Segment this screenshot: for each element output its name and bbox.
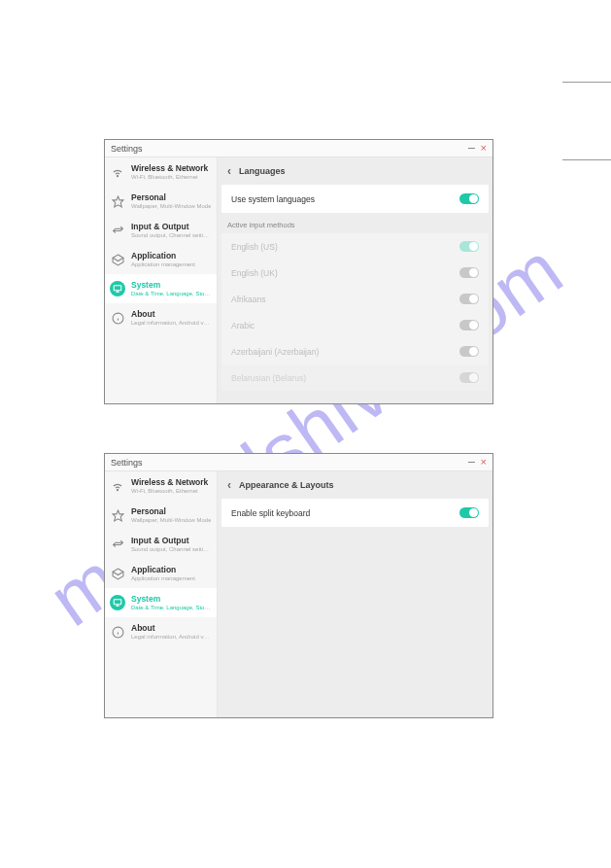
- svg-marker-2: [113, 255, 123, 261]
- language-toggle[interactable]: [459, 346, 479, 357]
- sidebar-item-label: Personal: [131, 506, 211, 516]
- language-name: Arabic: [231, 321, 255, 330]
- sidebar: Wireless & NetworkWi-Fi, Bluetooth, Ethe…: [105, 471, 218, 717]
- sidebar-item-label: About: [131, 623, 212, 633]
- sidebar-item-wireless[interactable]: Wireless & NetworkWi-Fi, Bluetooth, Ethe…: [105, 471, 217, 501]
- sidebar-item-system[interactable]: SystemDate & Time, Language, Storage: [105, 274, 217, 303]
- sidebar-item-sub: Sound output, Channel settings: [131, 545, 212, 553]
- content-pane: ‹ Languages Use system languages Active …: [218, 157, 492, 403]
- language-toggle[interactable]: [459, 372, 479, 383]
- language-row[interactable]: Belarusian (Belarus): [221, 365, 489, 391]
- svg-point-5: [117, 490, 118, 491]
- sidebar-item-label: About: [131, 309, 212, 319]
- sidebar-item-label: Input & Output: [131, 222, 212, 231]
- sidebar-item-personal[interactable]: PersonalWallpaper, Multi-Window Mode: [105, 501, 217, 530]
- settings-window-languages: Settings × Wireless & NetworkWi-Fi, Blue…: [104, 139, 493, 404]
- sidebar-item-about[interactable]: AboutLegal information, Android version: [105, 617, 217, 646]
- use-system-languages-toggle[interactable]: [459, 193, 479, 204]
- sidebar-item-personal[interactable]: PersonalWallpaper, Multi-Window Mode: [105, 187, 217, 216]
- sidebar-item-label: Wireless & Network: [131, 163, 208, 173]
- language-name: Belarusian (Belarus): [231, 373, 306, 383]
- transfer-icon: [110, 537, 125, 552]
- window-title: Settings: [111, 144, 143, 154]
- cube-icon: [110, 252, 125, 267]
- sidebar-item-label: System: [131, 594, 212, 604]
- language-name: Afrikaans: [231, 295, 265, 304]
- sidebar-item-about[interactable]: AboutLegal information, Android version: [105, 303, 217, 332]
- minimize-icon[interactable]: [468, 462, 475, 463]
- wifi-icon: [110, 478, 125, 494]
- cube-icon: [110, 566, 125, 581]
- language-name: English (UK): [231, 268, 278, 278]
- svg-marker-6: [113, 510, 123, 521]
- sidebar-item-application[interactable]: ApplicationApplication management: [105, 559, 217, 588]
- sidebar-item-label: Application: [131, 565, 195, 574]
- close-icon[interactable]: ×: [481, 457, 487, 468]
- language-row[interactable]: English (US): [221, 233, 489, 260]
- sidebar: Wireless & NetworkWi-Fi, Bluetooth, Ethe…: [105, 157, 218, 403]
- sidebar-item-label: System: [131, 280, 212, 290]
- use-system-languages-row[interactable]: Use system languages: [221, 185, 489, 213]
- window-title: Settings: [111, 458, 143, 468]
- settings-window-appearance: Settings × Wireless & NetworkWi-Fi, Blue…: [104, 453, 493, 718]
- titlebar: Settings ×: [105, 140, 492, 157]
- enable-split-keyboard-toggle[interactable]: [459, 507, 479, 518]
- row-label: Use system languages: [231, 194, 315, 204]
- language-row[interactable]: Afrikaans: [221, 286, 489, 312]
- content-header: ‹ Appearance & Layouts: [218, 471, 492, 499]
- svg-point-0: [117, 176, 118, 177]
- titlebar: Settings ×: [105, 454, 492, 471]
- row-label: Enable split keyboard: [231, 508, 310, 518]
- language-row[interactable]: Arabic: [221, 312, 489, 338]
- close-icon[interactable]: ×: [481, 143, 487, 154]
- sidebar-item-sub: Wi-Fi, Bluetooth, Ethernet: [131, 487, 208, 495]
- star-icon: [110, 193, 125, 209]
- sidebar-item-sub: Wallpaper, Multi-Window Mode: [131, 202, 211, 210]
- monitor-icon: [110, 281, 125, 296]
- language-toggle[interactable]: [459, 241, 479, 252]
- sidebar-item-wireless[interactable]: Wireless & NetworkWi-Fi, Bluetooth, Ethe…: [105, 157, 217, 187]
- sidebar-item-application[interactable]: ApplicationApplication management: [105, 245, 217, 274]
- language-toggle[interactable]: [459, 267, 479, 278]
- sidebar-item-sub: Application management: [131, 260, 195, 268]
- content-title: Languages: [239, 166, 286, 176]
- svg-rect-3: [114, 286, 121, 291]
- sidebar-item-sub: Wi-Fi, Bluetooth, Ethernet: [131, 173, 208, 181]
- sidebar-item-sub: Wallpaper, Multi-Window Mode: [131, 516, 211, 524]
- content-pane: ‹ Appearance & Layouts Enable split keyb…: [218, 471, 492, 717]
- language-row[interactable]: English (UK): [221, 260, 489, 286]
- svg-marker-1: [113, 196, 123, 207]
- content-title: Appearance & Layouts: [239, 480, 334, 490]
- language-toggle[interactable]: [459, 320, 479, 330]
- sidebar-item-label: Input & Output: [131, 536, 212, 545]
- language-toggle[interactable]: [459, 294, 479, 304]
- transfer-icon: [110, 223, 125, 238]
- sidebar-item-label: Application: [131, 251, 195, 260]
- sidebar-item-sub: Date & Time, Language, Storage: [131, 604, 212, 611]
- sidebar-item-sub: Date & Time, Language, Storage: [131, 290, 212, 297]
- info-icon: [110, 310, 125, 326]
- minimize-icon[interactable]: [468, 148, 475, 149]
- sidebar-item-system[interactable]: SystemDate & Time, Language, Storage: [105, 588, 217, 617]
- sidebar-item-sub: Sound output, Channel settings: [131, 231, 212, 239]
- section-label: Active input methods: [218, 213, 492, 233]
- info-icon: [110, 624, 125, 640]
- sidebar-item-sub: Legal information, Android version: [131, 633, 212, 641]
- sidebar-item-sub: Legal information, Android version: [131, 319, 212, 327]
- svg-marker-7: [113, 569, 123, 575]
- back-icon[interactable]: ‹: [227, 480, 231, 490]
- wifi-icon: [110, 164, 125, 180]
- sidebar-item-io[interactable]: Input & OutputSound output, Channel sett…: [105, 530, 217, 559]
- sidebar-item-io[interactable]: Input & OutputSound output, Channel sett…: [105, 216, 217, 245]
- sidebar-item-sub: Application management: [131, 574, 195, 582]
- back-icon[interactable]: ‹: [227, 166, 231, 176]
- language-name: Azerbaijani (Azerbaijan): [231, 347, 319, 357]
- svg-rect-8: [114, 600, 121, 605]
- content-header: ‹ Languages: [218, 157, 492, 185]
- language-name: English (US): [231, 242, 278, 252]
- sidebar-item-label: Personal: [131, 192, 211, 202]
- language-row[interactable]: Azerbaijani (Azerbaijan): [221, 338, 489, 365]
- monitor-icon: [110, 595, 125, 610]
- enable-split-keyboard-row[interactable]: Enable split keyboard: [221, 499, 489, 527]
- star-icon: [110, 507, 125, 523]
